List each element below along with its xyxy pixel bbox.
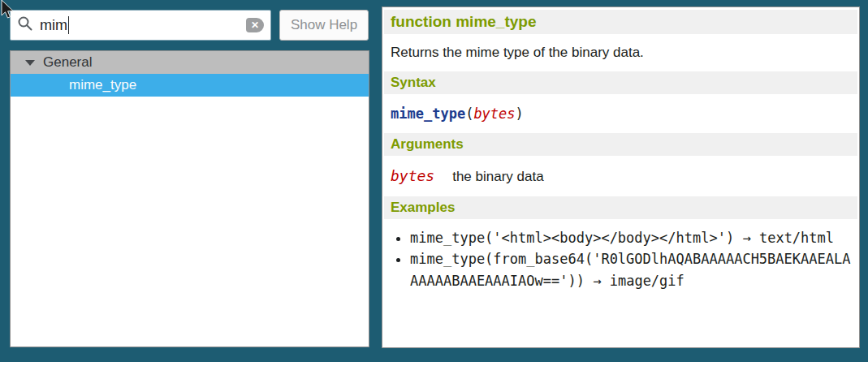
example-item: mime_type('<html><body></body></html>') …	[410, 227, 857, 248]
example-result: image/gif	[610, 273, 684, 289]
help-panel: function mime_type Returns the mime type…	[382, 6, 860, 348]
search-input[interactable]: mim ✕	[10, 10, 271, 41]
arguments-section-strip: Arguments	[384, 133, 857, 156]
example-arrow: →	[593, 273, 601, 289]
clear-search-icon[interactable]: ✕	[246, 18, 264, 32]
help-title: function mime_type	[391, 13, 536, 30]
dialog-bottom-edge	[0, 362, 868, 366]
examples-list: mime_type('<html><body></body></html>') …	[384, 227, 857, 291]
function-tree: General mime_type	[10, 50, 369, 347]
example-arrow: →	[742, 230, 750, 246]
syntax-close-paren: )	[516, 105, 524, 122]
tree-group-general[interactable]: General	[11, 51, 369, 74]
argument-name: bytes	[391, 167, 434, 184]
show-help-button[interactable]: Show Help	[279, 10, 369, 41]
examples-heading: Examples	[391, 200, 455, 215]
argument-description: the binary data	[452, 169, 543, 185]
text-cursor	[68, 16, 69, 34]
search-icon	[17, 15, 33, 35]
tree-item-label: mime_type	[69, 77, 136, 93]
argument-row: bytes the binary data	[384, 156, 857, 196]
tree-group-label: General	[43, 54, 92, 71]
arguments-heading: Arguments	[391, 136, 464, 152]
syntax-open-paren: (	[465, 105, 473, 122]
example-item: mime_type(from_base64('R0lGODlhAQABAAAAA…	[410, 248, 857, 291]
syntax-function-name: mime_type	[391, 105, 465, 122]
example-code: mime_type('<html><body></body></html>')	[410, 230, 734, 246]
expander-down-icon[interactable]	[25, 60, 35, 66]
syntax-code: mime_type(bytes)	[384, 94, 857, 133]
syntax-heading: Syntax	[391, 75, 436, 90]
function-help-dialog: { "window": { "bg": "#1d5c72", "selectio…	[0, 0, 868, 366]
syntax-section-strip: Syntax	[384, 71, 857, 94]
example-result: text/html	[759, 230, 834, 246]
search-input-value[interactable]: mim	[40, 16, 246, 34]
tree-item-mime-type[interactable]: mime_type	[11, 74, 369, 97]
examples-section-strip: Examples	[384, 196, 857, 219]
help-title-strip: function mime_type	[384, 10, 857, 34]
syntax-argument: bytes	[473, 105, 515, 122]
mouse-pointer-icon	[1, 0, 14, 23]
function-description: Returns the mime type of the binary data…	[384, 34, 857, 71]
